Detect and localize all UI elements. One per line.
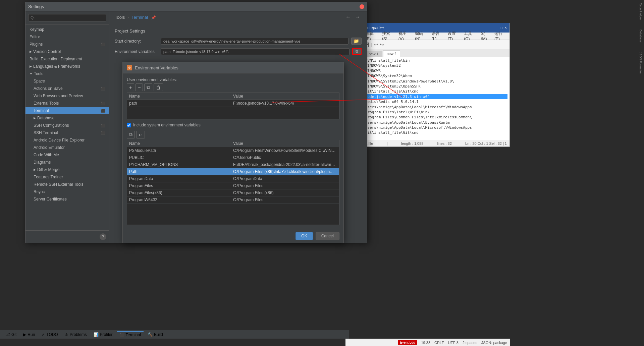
nav-editor[interactable]: Editor — [25, 33, 109, 41]
cancel-button[interactable]: Cancel — [316, 232, 339, 240]
toolbar-undo-icon[interactable]: ↩ — [373, 42, 379, 47]
notepad-event-log[interactable]: Event Log — [398, 340, 417, 345]
toolbar-redo-icon[interactable]: ↪ — [379, 42, 385, 47]
notepad-maximize-btn[interactable]: □ — [500, 25, 502, 30]
status-line-ending: CRLF — [434, 341, 444, 345]
notepad-bottom-status: Event Log 19:33 CRLF UTF-8 2 spaces JSON… — [345, 339, 510, 346]
table-row[interactable]: ProgramData C:\ProgramData — [127, 175, 339, 182]
nav-android-emulator[interactable]: Android Emulator — [25, 144, 109, 151]
redis-helper-tab[interactable]: Redis Helper — [639, 3, 642, 20]
nav-tools[interactable]: ▼Tools — [25, 70, 109, 77]
nav-keymap[interactable]: Keymap — [25, 26, 109, 33]
nav-terminal[interactable]: Terminal ⬛ — [25, 107, 109, 114]
include-system-checkbox[interactable] — [127, 123, 131, 127]
notepad-window: *new 4 - Notepad++ ─ □ × 文件(F) 编辑(E) 搜索(… — [345, 23, 510, 147]
notepad-menubar: 文件(F) 编辑(E) 搜索(S) 视图(V) 编码(N) 语言(L) 设置(T… — [346, 33, 509, 40]
settings-header: Tools › Terminal 📌 ← → — [109, 11, 367, 23]
nav-web-browsers[interactable]: Web Browsers and Preview — [25, 92, 109, 100]
section-title: Project Settings — [115, 28, 362, 34]
status-indent: 2 spaces — [463, 341, 477, 345]
nav-diagrams[interactable]: Diagrams — [25, 159, 109, 166]
nav-actions-on-save[interactable]: Actions on Save ⬛ — [25, 85, 109, 92]
nav-space[interactable]: Space — [25, 77, 109, 85]
system-undo-button[interactable]: ↩ — [136, 131, 145, 138]
user-vars-section: User environment variables: + − ⧉ 🗑 Name… — [127, 77, 339, 119]
terminal-icon: ⬛ — [119, 333, 124, 337]
nav-diff-merge[interactable]: ▶Diff & Merge — [25, 166, 109, 173]
nav-code-with-me[interactable]: Code With Me — [25, 151, 109, 159]
remove-var-button[interactable]: − — [136, 83, 143, 91]
nav-ssh-terminal[interactable]: SSH Terminal ⬛ — [25, 129, 109, 136]
nav-plugins[interactable]: Plugins ⬛ — [25, 41, 109, 48]
table-row[interactable]: PUBLIC C:\Users\Public — [127, 154, 339, 161]
start-directory-browse-btn[interactable]: 📁 — [351, 38, 362, 45]
table-row[interactable]: ProgramFiles C:\Program Files — [127, 182, 339, 189]
add-var-button[interactable]: + — [127, 83, 134, 91]
nav-external-tools[interactable]: External Tools ⬛ — [25, 100, 109, 107]
nav-forward-button[interactable]: → — [354, 14, 362, 20]
code-line: C:\WINDOWS\system32 — [359, 63, 507, 68]
nav-ssh-config[interactable]: SSH Configurations ⬛ — [25, 122, 109, 129]
nav-rsync[interactable]: Rsync — [25, 188, 109, 195]
table-row[interactable]: ProgramW6432 C:\Program Files — [127, 196, 339, 204]
copy-var-button[interactable]: ⧉ — [144, 83, 152, 91]
env-vars-input[interactable] — [161, 48, 350, 55]
todo-icon: ✓ — [42, 332, 45, 337]
code-line: C:\Program Files\Common Files\Intel\Wire… — [359, 115, 507, 120]
search-input[interactable] — [28, 14, 106, 21]
code-line: C:\WINDOWS\System32\WindowsPowerShell\v1… — [359, 79, 507, 84]
nav-back-button[interactable]: ← — [344, 14, 352, 20]
table-row[interactable]: PYCHARM_VM_OPTIONS F:\IDEA\break_package… — [127, 161, 339, 168]
tab-git[interactable]: ⎇ Git — [3, 332, 19, 338]
nav-languages[interactable]: ▶Languages & Frameworks — [25, 63, 109, 70]
user-vars-label: User environment variables: — [127, 77, 339, 82]
start-directory-row: Start directory: 📁 — [115, 38, 362, 45]
code-line-highlighted: F:\node.js\node-v14.21.3-win-x64 — [359, 94, 507, 99]
nav-android-file[interactable]: Android Device File Explorer — [25, 136, 109, 144]
env-vars-edit-btn[interactable]: ⧉ — [352, 48, 362, 55]
table-row[interactable]: ProgramFiles(x86) C:\Program Files (x86) — [127, 189, 339, 196]
table-row-selected[interactable]: Path C:\Program Files (x86)\Intax\zf.chk… — [127, 168, 339, 175]
help-area: ? — [25, 230, 109, 243]
status-time: 19:33 — [421, 341, 430, 345]
tab-terminal[interactable]: ⬛ Terminal — [117, 331, 144, 338]
notepad-close-btn[interactable]: × — [504, 25, 507, 30]
breadcrumb-arrow: › — [127, 15, 130, 20]
table-row[interactable]: path F:\node.js\node-v18.17.0-win-x64\ — [127, 100, 339, 107]
tab-problems[interactable]: ⚠ Problems — [62, 332, 90, 338]
statusbar-position: Ln : 20 Col : 1 Sel : 32 | 1 — [465, 141, 507, 146]
tab-run[interactable]: ▶ Run — [20, 332, 38, 338]
nav-build[interactable]: Build, Execution, Deployment — [25, 55, 109, 63]
start-directory-input[interactable] — [161, 38, 348, 45]
nav-server-certs[interactable]: Server Certificates — [25, 195, 109, 203]
ok-button[interactable]: OK — [296, 232, 313, 240]
statusbar-length: length : 1,058 — [401, 141, 424, 146]
titlebar-controls: × — [360, 4, 364, 9]
nav-features-trainer[interactable]: Features Trainer — [25, 173, 109, 181]
code-line: F:\SVN\install_file\bin — [359, 58, 507, 63]
nav-arrows: ← → — [344, 14, 362, 20]
code-line: C:\WINDOWS\System32\Wbem — [359, 73, 507, 78]
tab-todo[interactable]: ✓ TODO — [39, 332, 60, 338]
tab-profiler[interactable]: 📊 Profiler — [91, 332, 115, 338]
tab-new4[interactable]: new 4 — [383, 50, 400, 57]
help-button[interactable]: ? — [100, 233, 106, 240]
nav-version-control[interactable]: ▶Version Control — [25, 48, 109, 55]
tab-build[interactable]: 🔨 Build — [145, 332, 166, 338]
include-system-row: Include system environment variables: — [127, 123, 339, 127]
notepad-minimize-btn[interactable]: ─ — [495, 25, 498, 30]
system-vars-table: Name Value PSModulePath C:\Program Files… — [127, 140, 339, 225]
nav-database[interactable]: ▶Database — [25, 114, 109, 122]
nav-remote-ssh[interactable]: Remote SSH External Tools — [25, 181, 109, 188]
json-formatter-tab[interactable]: JSON Formatter — [639, 52, 642, 74]
tab-new1[interactable]: new 1 — [365, 51, 382, 57]
database-tab[interactable]: Database — [639, 30, 642, 43]
delete-var-button[interactable]: 🗑 — [154, 83, 163, 91]
include-system-label: Include system environment variables: — [133, 123, 202, 127]
close-button[interactable]: × — [360, 4, 364, 9]
code-line: F:\Git\install_file\Git\cmd — [359, 130, 507, 135]
table-row[interactable]: PSModulePath C:\Program Files\WindowsPow… — [127, 147, 339, 154]
code-line: C:\Users\nimige\AppData\Local\Microsoft\… — [359, 105, 507, 110]
system-copy-button[interactable]: ⧉ — [127, 131, 135, 138]
system-table-header: Name Value — [127, 140, 339, 147]
